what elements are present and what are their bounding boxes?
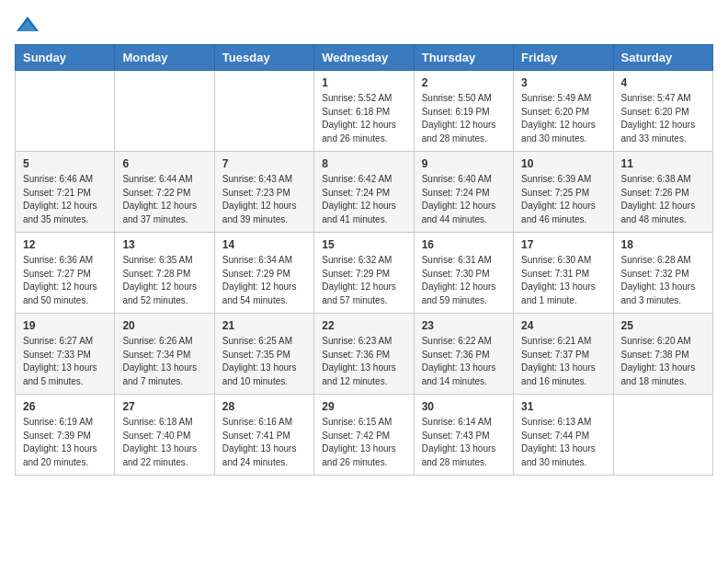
day-cell: 28Sunrise: 6:16 AM Sunset: 7:41 PM Dayli… <box>214 395 313 476</box>
day-cell: 4Sunrise: 5:47 AM Sunset: 6:20 PM Daylig… <box>613 71 712 152</box>
day-cell: 25Sunrise: 6:20 AM Sunset: 7:38 PM Dayli… <box>613 314 712 395</box>
day-cell: 21Sunrise: 6:25 AM Sunset: 7:35 PM Dayli… <box>214 314 313 395</box>
day-cell: 5Sunrise: 6:46 AM Sunset: 7:21 PM Daylig… <box>16 152 115 233</box>
day-cell: 15Sunrise: 6:32 AM Sunset: 7:29 PM Dayli… <box>314 233 414 314</box>
day-info: Sunrise: 6:27 AM Sunset: 7:33 PM Dayligh… <box>23 335 107 388</box>
day-info: Sunrise: 6:38 AM Sunset: 7:26 PM Dayligh… <box>621 173 705 226</box>
week-row-2: 5Sunrise: 6:46 AM Sunset: 7:21 PM Daylig… <box>16 152 713 233</box>
calendar-body: 1Sunrise: 5:52 AM Sunset: 6:18 PM Daylig… <box>16 71 713 476</box>
day-number: 18 <box>621 238 705 251</box>
day-cell <box>613 395 712 476</box>
week-row-4: 19Sunrise: 6:27 AM Sunset: 7:33 PM Dayli… <box>16 314 713 395</box>
day-cell: 3Sunrise: 5:49 AM Sunset: 6:20 PM Daylig… <box>514 71 613 152</box>
day-info: Sunrise: 6:34 AM Sunset: 7:29 PM Dayligh… <box>222 254 306 307</box>
day-number: 23 <box>422 319 506 332</box>
day-info: Sunrise: 6:26 AM Sunset: 7:34 PM Dayligh… <box>122 335 206 388</box>
day-number: 5 <box>23 157 107 170</box>
day-info: Sunrise: 6:28 AM Sunset: 7:32 PM Dayligh… <box>621 254 705 307</box>
day-cell: 27Sunrise: 6:18 AM Sunset: 7:40 PM Dayli… <box>115 395 214 476</box>
day-info: Sunrise: 6:22 AM Sunset: 7:36 PM Dayligh… <box>422 335 506 388</box>
week-row-5: 26Sunrise: 6:19 AM Sunset: 7:39 PM Dayli… <box>16 395 713 476</box>
day-cell: 30Sunrise: 6:14 AM Sunset: 7:43 PM Dayli… <box>414 395 513 476</box>
day-info: Sunrise: 6:44 AM Sunset: 7:22 PM Dayligh… <box>122 173 206 226</box>
day-number: 9 <box>422 157 506 170</box>
logo <box>15 15 44 35</box>
day-cell: 22Sunrise: 6:23 AM Sunset: 7:36 PM Dayli… <box>314 314 414 395</box>
day-number: 30 <box>422 400 506 413</box>
day-cell: 1Sunrise: 5:52 AM Sunset: 6:18 PM Daylig… <box>314 71 414 152</box>
day-info: Sunrise: 6:19 AM Sunset: 7:39 PM Dayligh… <box>23 416 107 469</box>
day-number: 20 <box>122 319 206 332</box>
day-number: 16 <box>422 238 506 251</box>
day-cell: 31Sunrise: 6:13 AM Sunset: 7:44 PM Dayli… <box>514 395 613 476</box>
day-info: Sunrise: 6:21 AM Sunset: 7:37 PM Dayligh… <box>521 335 605 388</box>
day-cell: 19Sunrise: 6:27 AM Sunset: 7:33 PM Dayli… <box>16 314 115 395</box>
day-cell: 16Sunrise: 6:31 AM Sunset: 7:30 PM Dayli… <box>414 233 513 314</box>
day-cell: 12Sunrise: 6:36 AM Sunset: 7:27 PM Dayli… <box>16 233 115 314</box>
day-number: 10 <box>521 157 605 170</box>
day-cell: 9Sunrise: 6:40 AM Sunset: 7:24 PM Daylig… <box>414 152 513 233</box>
day-cell: 10Sunrise: 6:39 AM Sunset: 7:25 PM Dayli… <box>514 152 613 233</box>
page-header <box>15 15 713 35</box>
day-cell: 18Sunrise: 6:28 AM Sunset: 7:32 PM Dayli… <box>613 233 712 314</box>
day-cell: 6Sunrise: 6:44 AM Sunset: 7:22 PM Daylig… <box>115 152 214 233</box>
day-number: 4 <box>621 76 705 89</box>
day-info: Sunrise: 5:50 AM Sunset: 6:19 PM Dayligh… <box>422 92 506 145</box>
day-cell: 2Sunrise: 5:50 AM Sunset: 6:19 PM Daylig… <box>414 71 513 152</box>
day-cell <box>16 71 115 152</box>
day-number: 7 <box>222 157 306 170</box>
day-cell: 7Sunrise: 6:43 AM Sunset: 7:23 PM Daylig… <box>214 152 313 233</box>
day-number: 24 <box>521 319 605 332</box>
day-cell: 23Sunrise: 6:22 AM Sunset: 7:36 PM Dayli… <box>414 314 513 395</box>
day-cell: 24Sunrise: 6:21 AM Sunset: 7:37 PM Dayli… <box>514 314 613 395</box>
day-number: 29 <box>322 400 405 413</box>
day-info: Sunrise: 6:32 AM Sunset: 7:29 PM Dayligh… <box>322 254 405 307</box>
day-number: 14 <box>222 238 306 251</box>
day-cell <box>115 71 214 152</box>
day-info: Sunrise: 5:47 AM Sunset: 6:20 PM Dayligh… <box>621 92 705 145</box>
day-info: Sunrise: 6:25 AM Sunset: 7:35 PM Dayligh… <box>222 335 306 388</box>
day-number: 12 <box>23 238 107 251</box>
day-number: 21 <box>222 319 306 332</box>
day-info: Sunrise: 5:49 AM Sunset: 6:20 PM Dayligh… <box>521 92 605 145</box>
day-cell: 17Sunrise: 6:30 AM Sunset: 7:31 PM Dayli… <box>514 233 613 314</box>
day-info: Sunrise: 6:36 AM Sunset: 7:27 PM Dayligh… <box>23 254 107 307</box>
day-number: 6 <box>122 157 206 170</box>
header-row: SundayMondayTuesdayWednesdayThursdayFrid… <box>16 45 713 71</box>
day-header-sunday: Sunday <box>16 45 115 71</box>
day-cell: 26Sunrise: 6:19 AM Sunset: 7:39 PM Dayli… <box>16 395 115 476</box>
logo-icon <box>15 15 40 35</box>
day-cell: 14Sunrise: 6:34 AM Sunset: 7:29 PM Dayli… <box>214 233 313 314</box>
day-info: Sunrise: 6:13 AM Sunset: 7:44 PM Dayligh… <box>521 416 605 469</box>
day-info: Sunrise: 6:31 AM Sunset: 7:30 PM Dayligh… <box>422 254 506 307</box>
day-number: 2 <box>422 76 506 89</box>
day-number: 17 <box>521 238 605 251</box>
day-info: Sunrise: 6:16 AM Sunset: 7:41 PM Dayligh… <box>222 416 306 469</box>
week-row-1: 1Sunrise: 5:52 AM Sunset: 6:18 PM Daylig… <box>16 71 713 152</box>
day-number: 8 <box>322 157 405 170</box>
day-number: 22 <box>322 319 405 332</box>
day-info: Sunrise: 6:43 AM Sunset: 7:23 PM Dayligh… <box>222 173 306 226</box>
day-header-thursday: Thursday <box>414 45 513 71</box>
day-info: Sunrise: 6:42 AM Sunset: 7:24 PM Dayligh… <box>322 173 405 226</box>
day-info: Sunrise: 6:46 AM Sunset: 7:21 PM Dayligh… <box>23 173 107 226</box>
day-cell: 11Sunrise: 6:38 AM Sunset: 7:26 PM Dayli… <box>613 152 712 233</box>
day-number: 11 <box>621 157 705 170</box>
day-info: Sunrise: 6:39 AM Sunset: 7:25 PM Dayligh… <box>521 173 605 226</box>
day-cell: 13Sunrise: 6:35 AM Sunset: 7:28 PM Dayli… <box>115 233 214 314</box>
day-info: Sunrise: 6:40 AM Sunset: 7:24 PM Dayligh… <box>422 173 506 226</box>
day-number: 19 <box>23 319 107 332</box>
day-header-saturday: Saturday <box>613 45 712 71</box>
day-header-tuesday: Tuesday <box>214 45 313 71</box>
day-number: 28 <box>222 400 306 413</box>
logo-container <box>15 15 44 35</box>
day-number: 15 <box>322 238 405 251</box>
day-number: 13 <box>122 238 206 251</box>
day-header-monday: Monday <box>115 45 214 71</box>
day-number: 31 <box>521 400 605 413</box>
day-number: 26 <box>23 400 107 413</box>
day-info: Sunrise: 6:15 AM Sunset: 7:42 PM Dayligh… <box>322 416 405 469</box>
calendar-header: SundayMondayTuesdayWednesdayThursdayFrid… <box>16 45 713 71</box>
day-info: Sunrise: 5:52 AM Sunset: 6:18 PM Dayligh… <box>322 92 405 145</box>
day-header-wednesday: Wednesday <box>314 45 414 71</box>
